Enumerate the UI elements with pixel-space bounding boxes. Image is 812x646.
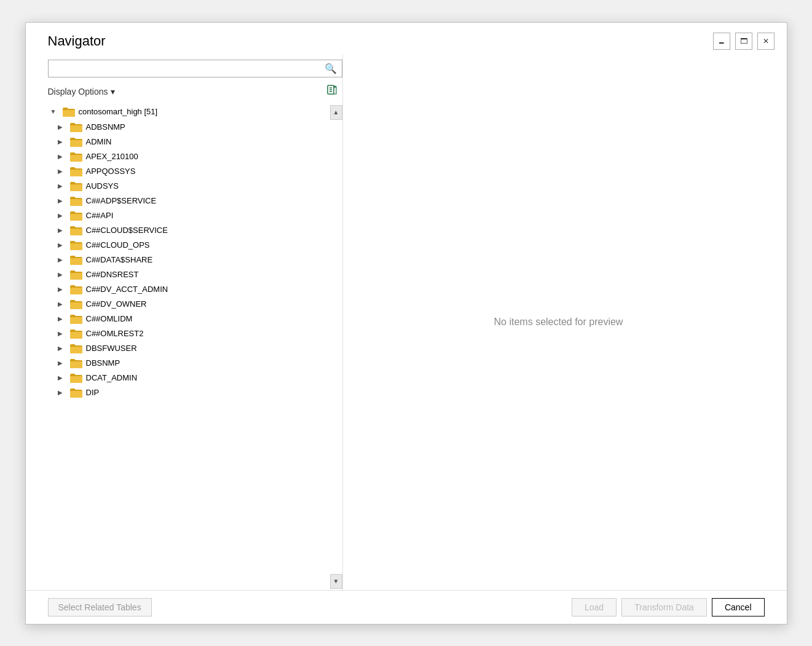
tree-item[interactable]: ▶ APEX_210100	[48, 149, 328, 164]
tree-container: ▼ contosomart_high [51] ▶	[48, 104, 342, 590]
tree-item[interactable]: ▶ C##CLOUD$SERVICE	[48, 223, 328, 238]
minimize-button[interactable]: 🗕	[713, 33, 730, 50]
transform-data-button[interactable]: Transform Data	[621, 598, 707, 616]
item-expand-arrow: ▶	[58, 389, 66, 396]
item-label: C##DV_OWNER	[86, 299, 147, 309]
folder-icon	[70, 388, 82, 398]
refresh-button[interactable]	[324, 82, 340, 101]
item-expand-arrow: ▶	[58, 212, 66, 219]
item-label: C##DNSREST	[86, 270, 139, 279]
cancel-button[interactable]: Cancel	[712, 598, 765, 616]
item-label: DIP	[86, 388, 100, 397]
item-label: AUDSYS	[86, 181, 119, 191]
folder-icon	[70, 226, 82, 235]
item-expand-arrow: ▶	[58, 286, 66, 293]
tree-item[interactable]: ▶ DBSNMP	[48, 356, 328, 371]
preview-empty-text: No items selected for preview	[494, 317, 623, 328]
tree-root-item[interactable]: ▼ contosomart_high [51]	[48, 104, 328, 120]
root-expand-arrow: ▼	[50, 108, 59, 115]
toolbar-row: Display Options ▾	[48, 80, 340, 104]
folder-icon	[70, 314, 82, 324]
tree-item[interactable]: ▶ C##DATA$SHARE	[48, 253, 328, 267]
tree-item[interactable]: ▶ APPQOSSYS	[48, 164, 328, 179]
title-bar: Navigator 🗕 🗖 ✕	[26, 23, 787, 55]
scroll-arrows: ▲ ▼	[330, 104, 342, 590]
tree-item[interactable]: ▶ DIP	[48, 385, 328, 400]
tree-list[interactable]: ▼ contosomart_high [51] ▶	[48, 104, 330, 590]
content-area: 🔍 Display Options ▾	[26, 55, 787, 590]
right-panel: No items selected for preview	[343, 55, 775, 590]
item-label: C##OMLIDM	[86, 314, 133, 323]
folder-icon	[70, 299, 82, 309]
item-expand-arrow: ▶	[58, 301, 66, 307]
maximize-button[interactable]: 🗖	[735, 33, 752, 50]
navigator-dialog: Navigator 🗕 🗖 ✕ 🔍 Display Options ▾	[25, 22, 787, 624]
folder-icon	[70, 240, 82, 250]
tree-item[interactable]: ▶ C##OMLREST2	[48, 326, 328, 341]
select-related-button[interactable]: Select Related Tables	[48, 598, 152, 616]
folder-icon	[70, 329, 82, 339]
display-options-button[interactable]: Display Options ▾	[48, 87, 115, 97]
window-controls: 🗕 🗖 ✕	[713, 33, 775, 50]
item-label: ADBSNMP	[86, 122, 125, 132]
tree-item[interactable]: ▶ C##DV_OWNER	[48, 297, 328, 312]
item-expand-arrow: ▶	[58, 242, 66, 248]
item-label: C##ADP$SERVICE	[86, 196, 157, 205]
folder-icon	[70, 211, 82, 221]
folder-icon	[70, 270, 82, 280]
tree-item[interactable]: ▶ C##ADP$SERVICE	[48, 194, 328, 208]
tree-item[interactable]: ▶ ADMIN	[48, 135, 328, 149]
item-expand-arrow: ▶	[58, 345, 66, 352]
dialog-title: Navigator	[48, 33, 106, 49]
item-expand-arrow: ▶	[58, 153, 66, 160]
item-label: APEX_210100	[86, 152, 138, 161]
tree-item[interactable]: ▶ C##CLOUD_OPS	[48, 238, 328, 253]
folder-icon	[70, 358, 82, 368]
item-expand-arrow: ▶	[58, 124, 66, 130]
folder-icon	[70, 137, 82, 147]
search-bar: 🔍	[48, 60, 342, 77]
tree-item[interactable]: ▶ ADBSNMP	[48, 120, 328, 135]
tree-item[interactable]: ▶ C##OMLIDM	[48, 312, 328, 326]
folder-icon	[70, 167, 82, 176]
item-label: APPQOSSYS	[86, 167, 136, 176]
item-label: DCAT_ADMIN	[86, 373, 138, 382]
folder-icon	[70, 285, 82, 294]
footer-right: Load Transform Data Cancel	[572, 598, 764, 616]
item-expand-arrow: ▶	[58, 330, 66, 337]
tree-items-container: ▶ ADBSNMP ▶ ADMIN ▶ APEX_210100 ▶	[48, 120, 328, 400]
tree-item[interactable]: ▶ AUDSYS	[48, 179, 328, 194]
search-input[interactable]	[53, 63, 325, 73]
load-button[interactable]: Load	[572, 598, 617, 616]
folder-icon	[70, 122, 82, 132]
root-folder-icon	[63, 107, 75, 117]
item-expand-arrow: ▶	[58, 197, 66, 204]
tree-item[interactable]: ▶ C##API	[48, 208, 328, 223]
scroll-down-button[interactable]: ▼	[330, 574, 342, 589]
item-label: C##CLOUD_OPS	[86, 240, 150, 250]
left-panel: 🔍 Display Options ▾	[48, 55, 343, 590]
item-expand-arrow: ▶	[58, 374, 66, 381]
close-button[interactable]: ✕	[757, 33, 775, 50]
root-label: contosomart_high [51]	[79, 107, 158, 116]
folder-icon	[70, 373, 82, 383]
tree-item[interactable]: ▶ C##DNSREST	[48, 267, 328, 282]
item-label: C##CLOUD$SERVICE	[86, 226, 168, 235]
item-expand-arrow: ▶	[58, 227, 66, 234]
footer-left: Select Related Tables	[48, 598, 152, 616]
footer: Select Related Tables Load Transform Dat…	[26, 590, 787, 624]
folder-icon	[70, 196, 82, 206]
scroll-up-button[interactable]: ▲	[330, 105, 342, 120]
search-button[interactable]: 🔍	[325, 63, 337, 74]
item-expand-arrow: ▶	[58, 271, 66, 278]
item-expand-arrow: ▶	[58, 183, 66, 189]
item-label: DBSFWUSER	[86, 344, 137, 353]
item-label: C##DATA$SHARE	[86, 255, 153, 264]
tree-item[interactable]: ▶ DBSFWUSER	[48, 341, 328, 356]
tree-item[interactable]: ▶ DCAT_ADMIN	[48, 371, 328, 385]
tree-item[interactable]: ▶ C##DV_ACCT_ADMIN	[48, 282, 328, 297]
item-label: DBSNMP	[86, 358, 120, 368]
item-expand-arrow: ▶	[58, 168, 66, 175]
item-label: C##API	[86, 211, 114, 220]
item-expand-arrow: ▶	[58, 256, 66, 263]
